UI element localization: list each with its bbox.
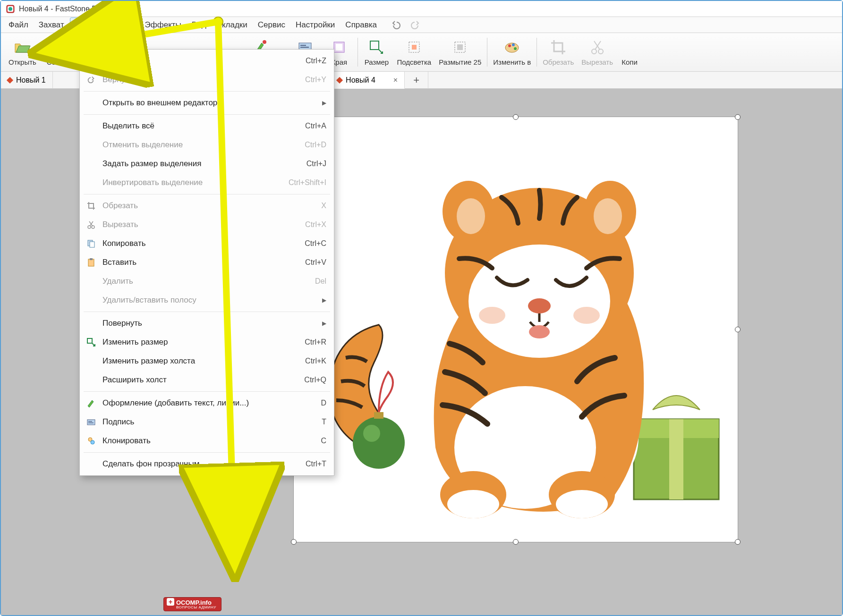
menu-item-вырезать: ВырезатьCtrl+X — [80, 215, 334, 234]
svg-rect-5 — [300, 45, 306, 46]
folder-open-icon — [13, 38, 31, 56]
menu-item-расширить-холст[interactable]: Расширить холстCtrl+Q — [80, 371, 334, 389]
modified-icon — [336, 76, 343, 83]
palette2-icon — [503, 38, 521, 56]
close-icon[interactable]: × — [393, 76, 398, 84]
menu-item-открыть-во-внешнем-редакторе[interactable]: Открыть во внешнем редакторе▶ — [80, 93, 334, 112]
menu-захват[interactable]: Захват — [34, 17, 69, 33]
copy-button[interactable]: Копи — [617, 35, 642, 69]
scissors-icon — [588, 38, 606, 56]
cut-button: Вырезать — [578, 35, 617, 69]
chevron-right-icon: ▶ — [322, 297, 326, 304]
menu-item-отменить[interactable]: ОтменитьCtrl+Z — [80, 51, 334, 70]
tiger-illustration — [294, 117, 738, 542]
menu-вид[interactable]: Вид — [187, 17, 211, 33]
menu-цвета[interactable]: Цвета — [107, 17, 139, 33]
cut-icon — [85, 219, 98, 230]
resize-button[interactable]: Размер — [360, 35, 393, 69]
svg-point-14 — [505, 43, 519, 52]
menu-item-изменить-размер-холста[interactable]: Изменить размер холстаCtrl+K — [80, 352, 334, 371]
blur-icon — [451, 38, 469, 56]
svg-point-24 — [353, 417, 405, 469]
menu-item-сделать-фон-прозрачным[interactable]: Сделать фон прозрачнымCtrl+T — [80, 455, 334, 473]
resize-handle[interactable] — [513, 539, 519, 545]
svg-point-40 — [479, 307, 505, 324]
svg-point-53 — [91, 440, 94, 444]
history-icons — [391, 21, 420, 29]
menu-item-изменить-размер[interactable]: Изменить размерCtrl+R — [80, 333, 334, 352]
svg-rect-50 — [88, 421, 92, 422]
crop-button: Обрезать — [539, 35, 578, 69]
menu-настройки[interactable]: Настройки — [291, 17, 340, 33]
menu-справка[interactable]: Справка — [341, 17, 382, 33]
menu-item-вернуть: ВернутьCtrl+Y — [80, 70, 334, 89]
svg-point-35 — [457, 198, 485, 234]
svg-rect-13 — [457, 44, 463, 50]
menu-item-вставить[interactable]: ВставитьCtrl+V — [80, 253, 334, 272]
resize-handle[interactable] — [735, 539, 741, 545]
menubar: ФайлЗахватПравкаЦветаЭффектыВидВкладкиСе… — [1, 17, 842, 33]
menu-эффекты[interactable]: Эффекты — [140, 17, 186, 33]
design-icon — [85, 397, 98, 409]
menu-item-выделить-вс-[interactable]: Выделить всёCtrl+A — [80, 117, 334, 135]
svg-point-41 — [573, 307, 600, 324]
resize-icon — [367, 38, 385, 56]
blank-icon — [85, 374, 98, 386]
svg-point-31 — [556, 490, 608, 518]
image-frame[interactable] — [294, 117, 738, 542]
svg-point-37 — [594, 198, 622, 234]
menu-item-копировать[interactable]: КопироватьCtrl+C — [80, 234, 334, 253]
blank-icon — [85, 139, 98, 151]
menu-вкладки[interactable]: Вкладки — [212, 17, 252, 33]
svg-rect-47 — [90, 258, 93, 260]
menu-item-повернуть[interactable]: Повернуть▶ — [80, 314, 334, 333]
highlight-button[interactable]: Подсветка — [393, 35, 435, 69]
svg-rect-51 — [88, 422, 94, 423]
window-title: Новый 4 - FastStone Editor — [19, 5, 111, 13]
resize-handle[interactable] — [735, 327, 741, 332]
menu-правка[interactable]: Правка — [70, 17, 106, 33]
redo-icon[interactable] — [410, 21, 420, 29]
resize-handle[interactable] — [735, 114, 741, 120]
save-icon — [44, 38, 62, 56]
app-window: Новый 4 - FastStone Editor ФайлЗахватПра… — [0, 0, 843, 616]
paste-icon — [85, 257, 98, 268]
save-button[interactable]: Сох — [40, 35, 66, 69]
app-icon — [6, 4, 15, 14]
menu-item-задать-размер-выделения[interactable]: Задать размер выделенияCtrl+J — [80, 154, 334, 173]
changeinto-button[interactable]: Изменить в — [489, 35, 535, 69]
menu-item-удалить: УдалитьDel — [80, 272, 334, 291]
svg-rect-26 — [374, 412, 383, 419]
add-tab-button[interactable]: + — [405, 72, 428, 88]
titlebar: Новый 4 - FastStone Editor — [1, 1, 842, 17]
crop-icon — [549, 38, 567, 56]
svg-point-16 — [512, 43, 515, 46]
undo-icon[interactable] — [391, 21, 401, 29]
blank-icon — [85, 97, 98, 109]
resize-handle[interactable] — [291, 539, 297, 545]
open-button[interactable]: Открыть — [5, 35, 40, 69]
menu-item-подпись[interactable]: ПодписьT — [80, 413, 334, 431]
edit-menu-dropdown: ОтменитьCtrl+ZВернутьCtrl+YОткрыть во вн… — [79, 49, 334, 476]
undo-icon — [85, 55, 98, 67]
svg-rect-45 — [90, 242, 94, 247]
svg-rect-9 — [370, 41, 379, 50]
svg-rect-22 — [669, 419, 683, 499]
svg-point-43 — [92, 226, 94, 228]
blur-button[interactable]: Размытие 25 — [435, 35, 485, 69]
resize-handle[interactable] — [513, 114, 519, 120]
menu-файл[interactable]: Файл — [4, 17, 33, 33]
tab-new4[interactable]: Новый 4 × — [331, 72, 405, 89]
crop-icon — [85, 200, 98, 211]
menu-item-оформление-добавить-текст-лини[interactable]: Оформление (добавить текст, линии...)D — [80, 394, 334, 413]
menu-item-удалить-вставить-полосу: Удалить/вставить полосу▶ — [80, 291, 334, 310]
svg-rect-48 — [87, 338, 92, 343]
svg-point-18 — [592, 49, 596, 54]
menu-item-клонировать[interactable]: КлонироватьC — [80, 431, 334, 450]
tab-new1[interactable]: Новый 1 — [1, 72, 53, 88]
blank-icon — [85, 458, 98, 470]
blank-icon — [85, 276, 98, 287]
menu-сервис[interactable]: Сервис — [253, 17, 290, 33]
menu-item-инвертировать-выделение: Инвертировать выделениеCtrl+Shift+I — [80, 173, 334, 192]
svg-point-39 — [529, 325, 550, 338]
